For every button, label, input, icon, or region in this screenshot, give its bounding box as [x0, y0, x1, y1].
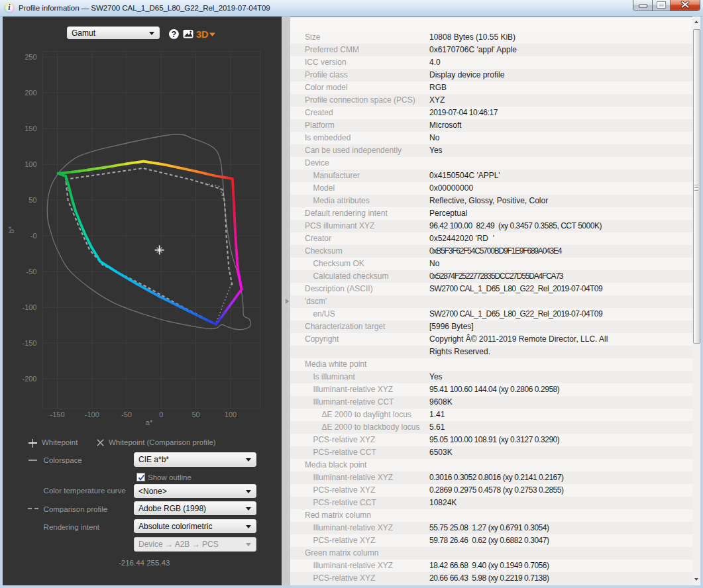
svg-text:-200: -200: [22, 375, 36, 383]
svg-text:-150: -150: [50, 411, 64, 418]
svg-text:0: 0: [159, 411, 163, 418]
svg-text:b*: b*: [7, 226, 15, 233]
svg-text:200: 200: [25, 89, 36, 97]
svg-text:50: 50: [28, 196, 36, 204]
svg-text:250: 250: [25, 53, 36, 61]
svg-text:a*: a*: [146, 418, 153, 426]
svg-text:100: 100: [25, 160, 36, 168]
svg-text:100: 100: [225, 411, 237, 418]
svg-text:-100: -100: [22, 303, 36, 311]
svg-text:?: ?: [172, 30, 177, 39]
svg-text:150: 150: [25, 124, 36, 132]
svg-text:-100: -100: [85, 411, 99, 418]
svg-text:-0: -0: [30, 232, 37, 240]
svg-text:-150: -150: [22, 339, 36, 347]
svg-text:-50: -50: [27, 268, 37, 275]
svg-text:3D: 3D: [196, 29, 209, 40]
svg-text:50: 50: [191, 411, 199, 418]
svg-text:-50: -50: [121, 411, 132, 418]
